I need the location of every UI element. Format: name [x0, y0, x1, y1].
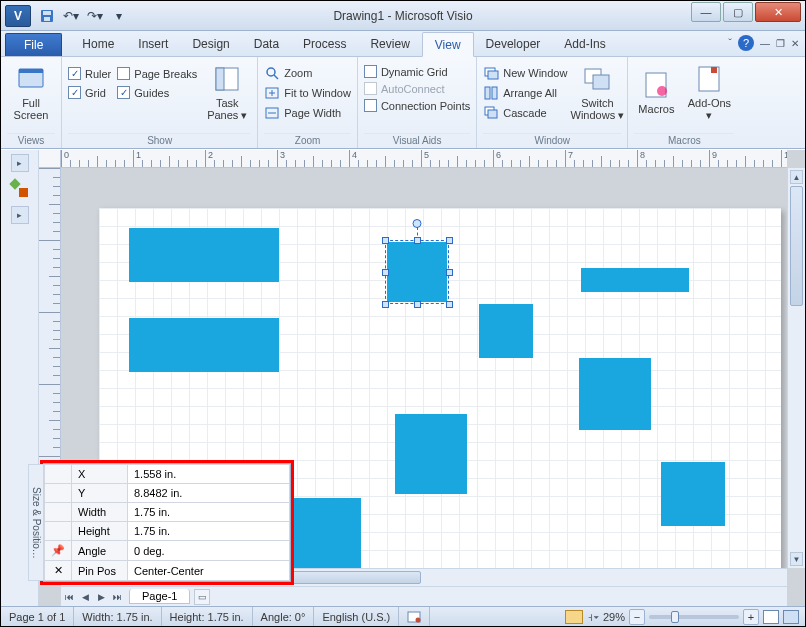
last-page-icon[interactable]: ⏭ — [109, 589, 125, 605]
resize-handle[interactable] — [382, 301, 389, 308]
zoom-button[interactable]: Zoom — [264, 65, 351, 81]
vertical-scrollbar[interactable]: ▲ ▼ — [787, 168, 805, 568]
ruler-checkbox[interactable]: ✓Ruler — [68, 67, 111, 80]
size-position-row[interactable]: ✕Pin PosCenter-Center — [45, 561, 290, 581]
mdi-minimize-icon[interactable]: — — [760, 38, 770, 49]
zoom-in-button[interactable]: + — [743, 609, 759, 625]
tab-design[interactable]: Design — [180, 32, 241, 56]
addons-button[interactable]: Add-Ons ▾ — [684, 59, 734, 125]
row-value[interactable]: 0 deg. — [128, 541, 290, 561]
presentation-mode-icon[interactable] — [565, 610, 583, 624]
mdi-close-icon[interactable]: ✕ — [791, 38, 799, 49]
switch-windows-icon — [581, 63, 613, 95]
new-page-icon[interactable]: ▭ — [194, 589, 210, 605]
connection-points-checkbox[interactable]: Connection Points — [364, 99, 470, 112]
autoconnect-checkbox[interactable]: AutoConnect — [364, 82, 470, 95]
help-icon[interactable]: ? — [738, 35, 754, 51]
page-tab[interactable]: Page-1 — [129, 589, 190, 604]
page-break-view-icon[interactable]: ⫞▾ — [587, 610, 599, 624]
full-screen-status-icon[interactable] — [783, 610, 799, 624]
size-position-pane[interactable]: Size & Positio… X1.558 in.Y8.8482 in.Wid… — [43, 463, 291, 582]
zoom-level[interactable]: 29% — [603, 611, 625, 623]
fit-window-button[interactable]: Fit to Window — [264, 85, 351, 101]
row-value[interactable]: 1.558 in. — [128, 465, 290, 484]
tab-data[interactable]: Data — [242, 32, 291, 56]
qat-customize-icon[interactable]: ▾ — [109, 6, 129, 26]
shape-rect[interactable] — [129, 318, 279, 372]
page-width-button[interactable]: Page Width — [264, 105, 351, 121]
svg-rect-16 — [488, 110, 497, 118]
shape-rect[interactable] — [395, 414, 467, 494]
full-screen-button[interactable]: Full Screen — [7, 59, 55, 125]
prev-page-icon[interactable]: ◀ — [77, 589, 93, 605]
page-breaks-checkbox[interactable]: Page Breaks — [117, 67, 197, 80]
save-icon[interactable] — [37, 6, 57, 26]
zoom-out-button[interactable]: − — [629, 609, 645, 625]
expand-panel-icon[interactable]: ▸ — [11, 154, 29, 172]
shape-rect[interactable] — [289, 498, 361, 568]
panel-dropdown-icon[interactable]: ▸ — [11, 206, 29, 224]
mdi-restore-icon[interactable]: ❐ — [776, 38, 785, 49]
shape-rect[interactable] — [129, 228, 279, 282]
undo-icon[interactable]: ↶▾ — [61, 6, 81, 26]
group-label: Macros — [634, 133, 734, 148]
zoom-icon — [264, 65, 280, 81]
shape-rect[interactable] — [579, 358, 651, 430]
file-tab[interactable]: File — [5, 33, 62, 56]
resize-handle[interactable] — [382, 269, 389, 276]
status-language[interactable]: English (U.S.) — [314, 607, 399, 626]
shapes-icon[interactable] — [9, 178, 31, 200]
row-value[interactable]: 8.8482 in. — [128, 484, 290, 503]
size-position-row[interactable]: Width1.75 in. — [45, 503, 290, 522]
tab-add-ins[interactable]: Add-Ins — [552, 32, 617, 56]
switch-windows-button[interactable]: Switch Windows ▾ — [573, 59, 621, 125]
tab-insert[interactable]: Insert — [126, 32, 180, 56]
shape-rect[interactable] — [479, 304, 533, 358]
fit-page-icon[interactable] — [763, 610, 779, 624]
minimize-button[interactable]: — — [691, 2, 721, 22]
resize-handle[interactable] — [414, 301, 421, 308]
grid-checkbox[interactable]: ✓Grid — [68, 86, 111, 99]
cascade-button[interactable]: Cascade — [483, 105, 567, 121]
resize-handle[interactable] — [414, 237, 421, 244]
row-value[interactable]: Center-Center — [128, 561, 290, 581]
shape-rect[interactable] — [661, 462, 725, 526]
guides-checkbox[interactable]: ✓Guides — [117, 86, 197, 99]
maximize-button[interactable]: ▢ — [723, 2, 753, 22]
resize-handle[interactable] — [446, 237, 453, 244]
resize-handle[interactable] — [446, 301, 453, 308]
tab-developer[interactable]: Developer — [474, 32, 553, 56]
size-position-row[interactable]: X1.558 in. — [45, 465, 290, 484]
next-page-icon[interactable]: ▶ — [93, 589, 109, 605]
dynamic-grid-checkbox[interactable]: Dynamic Grid — [364, 65, 470, 78]
tab-view[interactable]: View — [422, 32, 474, 57]
size-position-side-label[interactable]: Size & Positio… — [28, 464, 44, 581]
macros-button[interactable]: Macros — [634, 59, 678, 125]
scroll-thumb[interactable] — [790, 186, 803, 306]
redo-icon[interactable]: ↷▾ — [85, 6, 105, 26]
tab-home[interactable]: Home — [70, 32, 126, 56]
zoom-slider[interactable] — [649, 615, 739, 619]
arrange-all-button[interactable]: Arrange All — [483, 85, 567, 101]
new-window-button[interactable]: New Window — [483, 65, 567, 81]
size-position-row[interactable]: Height1.75 in. — [45, 522, 290, 541]
resize-handle[interactable] — [382, 237, 389, 244]
resize-handle[interactable] — [446, 269, 453, 276]
horizontal-ruler[interactable]: 0123456789101112131415161718192021222324 — [61, 150, 787, 168]
row-value[interactable]: 1.75 in. — [128, 503, 290, 522]
tab-review[interactable]: Review — [358, 32, 421, 56]
close-button[interactable]: ✕ — [755, 2, 801, 22]
shape-rect[interactable] — [581, 268, 689, 292]
row-value[interactable]: 1.75 in. — [128, 522, 290, 541]
scroll-up-icon[interactable]: ▲ — [790, 170, 803, 184]
tab-process[interactable]: Process — [291, 32, 358, 56]
macro-record-icon[interactable] — [399, 607, 430, 626]
scroll-down-icon[interactable]: ▼ — [790, 552, 803, 566]
size-position-row[interactable]: Y8.8482 in. — [45, 484, 290, 503]
svg-rect-6 — [216, 68, 224, 90]
first-page-icon[interactable]: ⏮ — [61, 589, 77, 605]
size-position-row[interactable]: 📌Angle0 deg. — [45, 541, 290, 561]
system-menu-icon[interactable]: V — [5, 5, 31, 27]
minimize-ribbon-icon[interactable]: ˇ — [728, 37, 732, 49]
task-panes-button[interactable]: Task Panes ▾ — [203, 59, 251, 125]
